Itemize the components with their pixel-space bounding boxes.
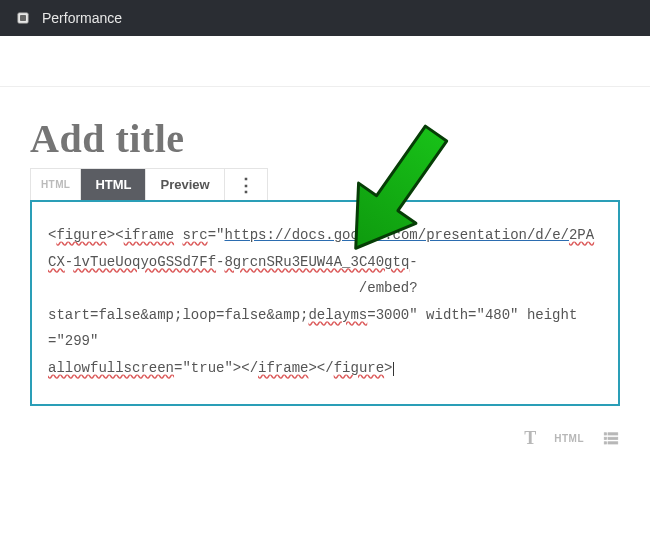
editor-tabs: HTML HTML Preview ⋮ xyxy=(30,168,268,200)
app-icon xyxy=(14,9,32,27)
footer-toolbar: T HTML xyxy=(0,414,650,449)
tab-html[interactable]: HTML xyxy=(81,169,146,200)
html-code-editor[interactable]: <figure><iframe src="https://docs.google… xyxy=(30,200,620,406)
tab-html-small[interactable]: HTML xyxy=(31,169,81,200)
text-cursor xyxy=(393,362,394,376)
text-tool[interactable]: T xyxy=(524,428,536,449)
tab-preview[interactable]: Preview xyxy=(146,169,224,200)
editor-area: HTML HTML Preview ⋮ <figure><iframe src=… xyxy=(0,86,650,414)
post-title-input[interactable] xyxy=(30,115,620,162)
app-header: Performance xyxy=(0,0,650,36)
svg-rect-1 xyxy=(20,15,26,21)
svg-rect-3 xyxy=(608,433,618,435)
svg-rect-7 xyxy=(608,442,618,444)
svg-rect-4 xyxy=(604,437,606,439)
header-title: Performance xyxy=(42,10,122,26)
html-tool[interactable]: HTML xyxy=(554,433,584,444)
svg-rect-5 xyxy=(608,437,618,439)
svg-rect-6 xyxy=(604,442,606,444)
svg-rect-2 xyxy=(604,433,606,435)
list-icon[interactable] xyxy=(602,429,620,447)
tab-more-menu[interactable]: ⋮ xyxy=(225,172,267,198)
